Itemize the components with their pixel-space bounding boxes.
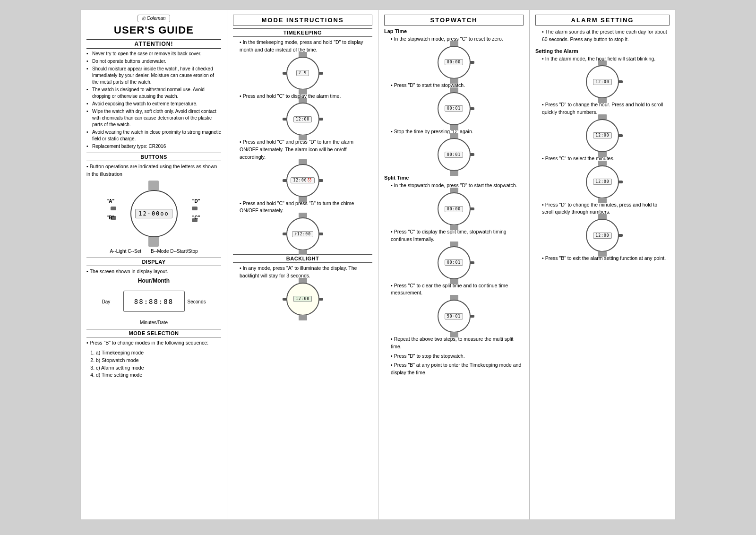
watch-btn-1 [318,72,323,75]
strap-bottom-backlight [299,315,307,320]
attention-list: Never try to open the case or remove its… [86,51,221,150]
split-btn-3 [470,315,474,318]
split-screen-2: 00:01 [445,259,463,266]
column-3: STOPWATCH Lap Time In the stopwatch mode… [378,10,530,519]
watch-screen-4: ♪12:00 [292,231,313,237]
col4-header: ALARM SETTING [535,15,670,26]
watch-btn-left-4 [283,233,287,235]
watch-btn-3 [318,179,323,182]
display-desc: The screen shown in display layout. [86,268,221,276]
watch-btn-left-3 [283,179,287,182]
watch-btn-backlight [318,298,323,301]
watch-sw-container-1: 00:00 [433,46,475,79]
attention-item: Avoid wearing the watch in close proximi… [86,129,221,142]
alarm-watch-3: 12:00 [586,165,619,198]
watch-split-1: 00:00 [384,192,524,225]
label-d: "D" [192,198,200,204]
brand-logo: Coleman [137,15,170,22]
brand-box: Coleman [86,15,221,22]
sw-screen-2: 00:01 [445,105,463,112]
sw-screen-3: 00:01 [445,152,463,158]
watch-sw-1: 00:00 [384,46,524,79]
watch-btn-2 [318,118,323,121]
sw-strap-b3 [450,171,458,176]
mode-selection-desc: Press "B" to change modes in the followi… [86,339,221,347]
display-value: 88:88:88 [134,298,173,305]
buttons-title: BUTTONS [86,153,221,161]
watch-split-2: 00:01 [384,246,524,279]
watch-alarm-container-4: 12:00 [581,219,624,252]
watch-inner-1: 2 9 [296,70,309,76]
attention-item: The watch is designed to withstand norma… [86,86,221,100]
backlight-title: BACKLIGHT [233,254,372,263]
col3-header: STOPWATCH [384,15,524,26]
sw-watch-1: 00:00 [438,46,471,79]
split-strap-b2 [450,279,458,284]
hour-month-label: Hour/Month [86,277,221,284]
split-btn-1 [470,207,474,210]
watch-container-1: 2 9 [282,57,324,90]
alarm-strap-b1 [598,98,607,103]
watch-sw-2: 00:01 [384,92,524,125]
attention-title: ATTENTION! [86,39,221,49]
alarm-btn-4 [618,234,623,237]
split-strap-b3 [450,332,458,337]
mode-item: b) Stopwatch mode [96,357,221,364]
watch-btn-left-1 [283,72,287,75]
timekeeping-item-2: Press and hold "C" and press "D" to turn… [240,138,372,161]
alarm-screen-1: 12:00 [593,79,611,85]
btn-func-left: A--Light C--Set [110,249,141,254]
watch-alarm-4: 12:00 [535,219,670,252]
watch-split-container-1: 00:00 [433,192,475,225]
watch-btn-4 [318,233,323,235]
watch-3: 12:00⏰ [286,164,319,197]
minutes-date-label: Minutes/Date [86,320,221,325]
attention-item: Do not operate buttons underwater. [86,58,221,65]
split-item-5: Press "B" at any point to enter the Time… [391,362,524,377]
split-watch-3: 50·01 [438,300,471,333]
attention-item: Avoid exposing the watch to extreme temp… [86,101,221,107]
alarm-strap-t3 [598,161,607,166]
split-screen-3: 50·01 [445,313,463,319]
lap-time-title: Lap Time [384,28,524,34]
page: Coleman USER'S GUIDE ATTENTION! Never tr… [80,9,676,520]
strap-top-3 [299,159,307,164]
strap-bottom-3 [299,197,307,202]
watch-body: 12·00oo [130,190,178,237]
watch-inner: 12·00oo [135,209,172,218]
watch-split-3: 50·01 [384,300,524,333]
watch-diagram-2: 12:00 [233,103,372,136]
watch-diagram-4: ♪12:00 [233,217,372,250]
column-4: ALARM SETTING The alarm sounds at the pr… [530,10,675,519]
mode-item: a) Timekeeping mode [96,349,221,357]
watch-alarm-container-1: 12:00 [581,65,624,98]
strap-bottom-1 [299,89,307,95]
strap-bottom [148,237,159,247]
alarm-item-0: The alarm sounds at the preset time each… [542,28,670,43]
alarm-strap-b2 [598,152,607,157]
strap-top-backlight [299,278,307,283]
split-strap-b1 [450,225,458,230]
attention-item: Should moisture appear inside the watch,… [86,66,221,86]
seconds-label: Seconds [188,299,206,304]
mode-item: c) Alarm setting mode [96,364,221,372]
split-item-3: Repeat the above two steps, to measure t… [391,336,524,351]
alarm-watch-2: 12:00 [586,119,619,152]
watch-screen-3: 12:00⏰ [291,177,314,183]
watch-alarm-container-3: 12:00 [581,165,624,198]
split-watch-2: 00:01 [438,246,471,279]
watch-diagram-3: 12:00⏰ [233,164,372,197]
col2-header: MODE INSTRUCTIONS [233,15,372,26]
watch-diagram: 12·00oo "A" "B" "D" "C" [107,181,201,247]
mode-list: a) Timekeeping mode b) Stopwatch mode c)… [96,349,221,379]
attention-item: Never try to open the case or remove its… [86,51,221,57]
button-d [192,207,198,210]
alarm-strap-b4 [598,251,607,257]
display-layout-diagram: Day 88:88:88 Seconds [102,286,206,319]
watch-alarm-3: 12:00 [535,165,670,198]
watch-alarm-2: 12:00 [535,119,670,152]
watch-container-3: 12:00⏰ [282,164,324,197]
watch-alarm-container-2: 12:00 [581,119,624,152]
attention-item: Wipe the watch with dry, soft cloth only… [86,108,221,128]
watch-btn-left-backlight [283,298,287,301]
